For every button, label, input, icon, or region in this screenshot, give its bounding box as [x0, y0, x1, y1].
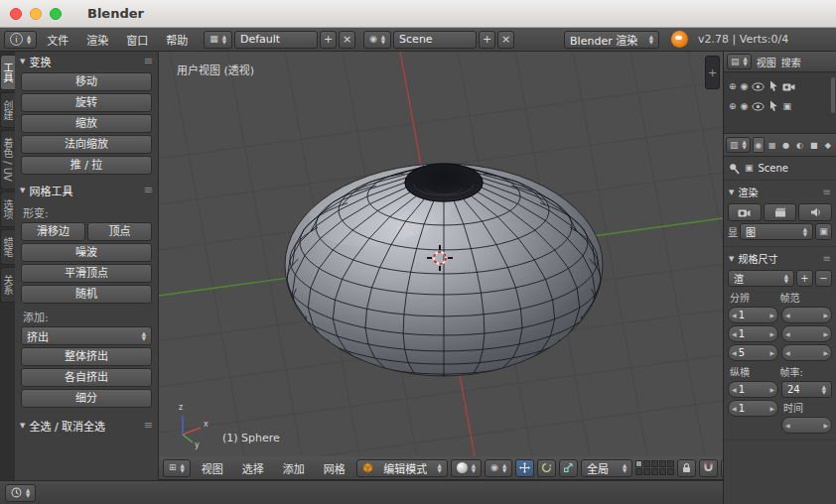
select-all-panel-header[interactable]: 全选 / 取消全选	[15, 416, 158, 435]
render-panel-header[interactable]: 渲染	[724, 183, 836, 201]
outliner-row-object[interactable]: ⊕ ◉ ▣	[726, 96, 834, 116]
lock-to-scene-toggle[interactable]	[677, 459, 696, 477]
layer-cell[interactable]	[667, 468, 674, 475]
manipulator-translate-toggle[interactable]	[515, 459, 534, 477]
menu-file[interactable]: 文件	[39, 32, 76, 48]
render-audio-button[interactable]	[798, 203, 832, 221]
transform-panel-header[interactable]: 变换	[15, 52, 158, 70]
layer-cell[interactable]	[667, 460, 674, 467]
pivot-point-select[interactable]: ◉	[485, 459, 512, 477]
panel-grip-icon[interactable]	[144, 184, 153, 196]
frame-end-field[interactable]	[781, 325, 832, 342]
delete-scene-button[interactable]	[497, 31, 514, 49]
translate-button[interactable]: 移动	[21, 72, 152, 91]
screen-layout-icon-button[interactable]: ▦	[204, 31, 232, 49]
shelf-tab-shading-uv[interactable]: 着色 / UV	[0, 130, 15, 189]
extrude-individual-button[interactable]: 各自挤出	[21, 368, 152, 387]
resolution-y-field[interactable]: 1	[728, 325, 778, 342]
snap-toggle[interactable]	[699, 459, 718, 477]
rotate-button[interactable]: 旋转	[21, 93, 152, 112]
layer-cell[interactable]	[635, 468, 642, 475]
layer-cell[interactable]	[651, 468, 658, 475]
edge-slide-button[interactable]: 滑移边	[21, 222, 85, 241]
editor-type-properties-button[interactable]: ▥	[726, 137, 751, 153]
menu-window[interactable]: 窗口	[118, 32, 156, 48]
resolution-x-field[interactable]: 1	[728, 307, 778, 323]
shelf-tab-create[interactable]: 创建	[0, 92, 15, 128]
menu-select[interactable]: 选择	[234, 460, 272, 476]
editor-type-info-button[interactable]	[4, 31, 37, 49]
outliner-menu-view[interactable]: 视图	[757, 55, 776, 69]
cursor-arrow-icon[interactable]	[768, 100, 778, 112]
aspect-x-field[interactable]: 1	[728, 381, 778, 398]
layer-cell[interactable]	[643, 460, 650, 467]
transform-orientation-select[interactable]: 全局	[581, 459, 632, 477]
expand-icon[interactable]: ⊕	[729, 102, 737, 111]
eye-icon[interactable]	[752, 102, 765, 111]
tab-world[interactable]: ◐	[794, 137, 806, 153]
outliner-row-scene[interactable]: ⊕ ◉	[726, 76, 834, 96]
panel-grip-icon[interactable]	[144, 419, 153, 432]
randomize-button[interactable]: 随机	[21, 285, 152, 304]
3d-viewport[interactable]: 用户视图 (透视) (1) Sphere x y z	[159, 52, 723, 456]
smooth-vertex-button[interactable]: 平滑顶点	[21, 264, 152, 283]
camera-icon[interactable]	[782, 82, 795, 91]
fps-select[interactable]: 24	[781, 381, 832, 398]
outliner-tree[interactable]: ⊕ ◉ ⊕ ◉ ▣	[724, 72, 836, 134]
time-remap-field[interactable]	[781, 417, 832, 434]
tab-modifiers[interactable]: ◆	[822, 137, 834, 153]
scale-button[interactable]: 缩放	[21, 114, 152, 133]
layer-cell[interactable]	[643, 468, 650, 475]
layer-cell[interactable]	[659, 460, 666, 467]
vertex-slide-button[interactable]: 顶点	[87, 222, 152, 241]
expand-icon[interactable]: ⊕	[729, 82, 737, 91]
manipulator-scale-toggle[interactable]	[559, 459, 578, 477]
subdivide-button[interactable]: 细分	[21, 389, 152, 408]
push-pull-button[interactable]: 推 / 拉	[21, 156, 152, 175]
remove-preset-button[interactable]: −	[815, 270, 832, 287]
render-engine-select[interactable]: Blender 渲染	[564, 31, 659, 49]
dimensions-panel-header[interactable]: 规格尺寸	[724, 249, 836, 268]
layer-cell[interactable]	[659, 468, 666, 475]
zoom-window-button[interactable]	[50, 8, 62, 20]
render-still-button[interactable]	[728, 203, 762, 221]
menu-render[interactable]: 渲染	[78, 32, 116, 48]
render-preset-select[interactable]: 渲	[728, 270, 794, 287]
render-animation-button[interactable]	[764, 203, 797, 221]
menu-add[interactable]: 添加	[275, 460, 313, 476]
display-mode-select[interactable]: 图	[740, 223, 813, 240]
pin-icon[interactable]	[729, 163, 740, 175]
screen-layout-select[interactable]: Default	[234, 31, 318, 49]
panel-grip-icon[interactable]	[823, 253, 831, 264]
panel-grip-icon[interactable]	[144, 55, 153, 67]
scene-select[interactable]: Scene	[393, 31, 477, 49]
minimize-window-button[interactable]	[30, 8, 42, 20]
outliner-scrollbar[interactable]	[831, 77, 835, 113]
shelf-tab-options[interactable]: 选项	[0, 191, 15, 227]
display-extra-button[interactable]: ▣	[815, 223, 832, 240]
eye-icon[interactable]	[752, 82, 765, 91]
tab-render[interactable]: ◉	[753, 137, 765, 153]
open-region-plus-button[interactable]	[705, 56, 720, 89]
aspect-y-field[interactable]: 1	[728, 400, 778, 417]
manipulator-rotate-toggle[interactable]	[537, 459, 556, 477]
editor-type-outliner-button[interactable]: ▤	[727, 54, 752, 69]
outliner-menu-search[interactable]: 搜索	[781, 55, 833, 69]
viewport-shading-select[interactable]	[451, 459, 482, 477]
shelf-tab-relations[interactable]: 关系	[0, 267, 15, 303]
add-preset-button[interactable]	[796, 270, 813, 287]
scene-icon-button[interactable]: ◉	[363, 31, 391, 49]
shrink-fatten-button[interactable]: 法向缩放	[21, 135, 152, 154]
add-scene-button[interactable]	[479, 31, 495, 49]
layer-cell[interactable]	[651, 460, 658, 467]
cursor-arrow-icon[interactable]	[768, 80, 778, 92]
mesh-tools-panel-header[interactable]: 网格工具	[15, 181, 158, 199]
shelf-tab-tools[interactable]: 工具	[0, 55, 15, 90]
menu-help[interactable]: 帮助	[158, 32, 196, 48]
delete-layout-button[interactable]	[339, 31, 355, 49]
add-layout-button[interactable]	[320, 31, 337, 49]
frame-start-field[interactable]	[781, 307, 832, 323]
editor-type-timeline-button[interactable]	[5, 484, 36, 502]
close-window-button[interactable]	[10, 8, 22, 20]
layers-widget[interactable]	[635, 460, 674, 475]
